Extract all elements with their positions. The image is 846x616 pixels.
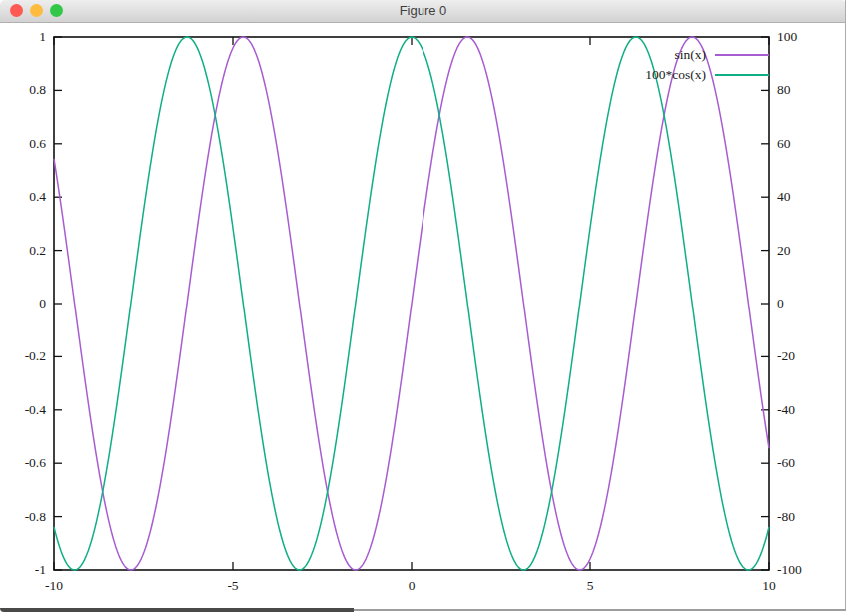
- window-bottom-edge-light: [354, 609, 846, 611]
- legend-line-sample: [715, 54, 769, 56]
- legend: sin(x)100*cos(x): [645, 45, 769, 85]
- legend-row: sin(x): [645, 45, 769, 65]
- window-bottom-edge-dark: [0, 608, 354, 612]
- legend-label: 100*cos(x): [645, 67, 706, 83]
- figure-window: Figure 0 -10-5051010.80.60.40.20-0.2-0.4…: [0, 0, 846, 616]
- legend-line-sample: [715, 74, 769, 76]
- legend-label: sin(x): [675, 47, 707, 63]
- legend-row: 100*cos(x): [645, 65, 769, 85]
- plot-canvas: [0, 0, 846, 616]
- curve-sin: [54, 37, 769, 570]
